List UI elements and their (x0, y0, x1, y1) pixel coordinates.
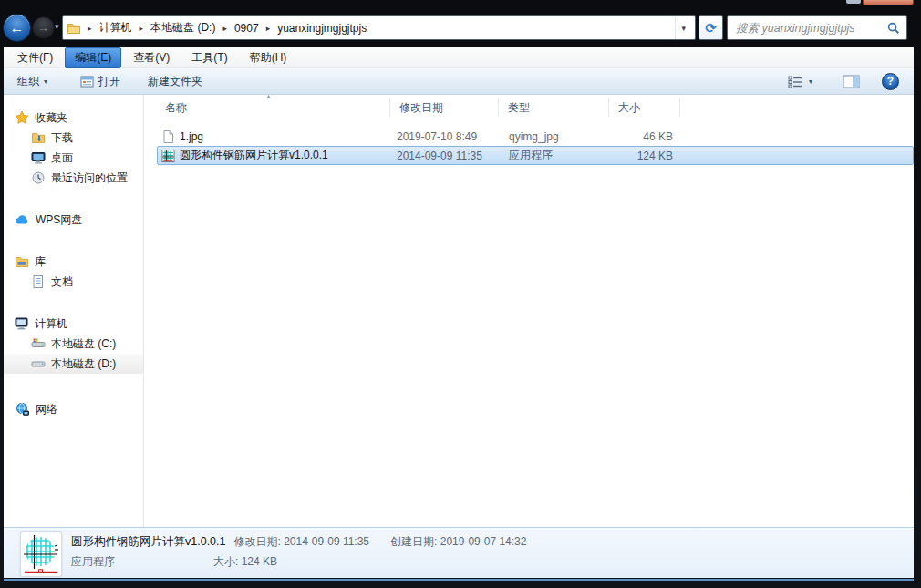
breadcrumb-separator[interactable]: ▸ (222, 24, 227, 33)
file-type: qyimg_jpg (500, 130, 610, 143)
sort-ascending-icon: ▲ (265, 93, 272, 99)
downloads-folder-icon (31, 130, 46, 145)
breadcrumb-separator[interactable]: ▸ (266, 24, 271, 33)
sidebar-item-libraries[interactable]: 库 (4, 252, 143, 272)
sidebar-item-drive-c[interactable]: 本地磁盘 (C:) (4, 334, 143, 354)
help-icon: ? (887, 75, 894, 88)
details-text: 圆形构件钢筋网片计算v1.0.0.1 修改日期: 2014-09-09 11:3… (71, 534, 526, 568)
preview-pane-button[interactable] (834, 71, 868, 92)
close-button[interactable] (863, 0, 914, 5)
file-list-pane: ▲ 名称 修改日期 类型 大小 1.jpg 2019-07-10 8:49 qy… (143, 95, 914, 527)
search-box (727, 15, 907, 40)
column-header-size[interactable]: 大小 (609, 98, 680, 117)
new-folder-label: 新建文件夹 (148, 74, 202, 89)
forward-button[interactable]: → (32, 16, 55, 39)
back-button[interactable]: ← (3, 14, 31, 42)
organize-button[interactable]: 组织 ▾ (9, 70, 56, 93)
libraries-icon (15, 254, 29, 269)
details-modified: 修改日期: 2014-09-09 11:35 (233, 534, 369, 550)
drive-c-icon (31, 336, 46, 351)
breadcrumb-0907[interactable]: 0907 (233, 20, 260, 36)
breadcrumb-separator[interactable]: ▸ (140, 24, 144, 33)
folder-icon (67, 21, 81, 36)
column-header-modified[interactable]: 修改日期 (390, 98, 499, 117)
file-modified: 2014-09-09 11:35 (391, 150, 500, 162)
sidebar-label: 桌面 (51, 150, 73, 166)
cloud-icon (15, 212, 30, 227)
file-name: 圆形构件钢筋网片计算v1.0.0.1 (180, 148, 328, 163)
column-header-type[interactable]: 类型 (499, 98, 609, 117)
chevron-down-icon: ▾ (681, 24, 686, 33)
application-window-icon (80, 75, 94, 88)
recent-places-icon (31, 170, 46, 185)
sidebar-item-computer[interactable]: 计算机 (4, 314, 143, 334)
file-size: 124 KB (610, 150, 681, 162)
command-toolbar: 组织 ▾ 打开 新建文件夹 (4, 68, 914, 95)
file-size: 46 KB (610, 130, 681, 143)
breadcrumb-drive-d[interactable]: 本地磁盘 (D:) (150, 18, 216, 37)
menu-view[interactable]: 查看(V) (123, 47, 180, 68)
search-icon[interactable] (887, 22, 900, 35)
menu-tools[interactable]: 工具(T) (181, 47, 237, 68)
file-row-jpg[interactable]: 1.jpg 2019-07-10 8:49 qyimg_jpg 46 KB (157, 127, 914, 146)
details-created: 创建日期: 2019-09-07 14:32 (390, 534, 526, 550)
refresh-icon: ⟳ (705, 20, 717, 36)
column-headers: ▲ 名称 修改日期 类型 大小 (144, 95, 914, 119)
chevron-down-icon: ▾ (809, 77, 812, 86)
chevron-down-icon: ▾ (55, 22, 59, 31)
file-row-application[interactable]: 圆形构件钢筋网片计算v1.0.0.1 2014-09-09 11:35 应用程序… (157, 146, 914, 165)
window-bottom-edge (4, 579, 914, 581)
search-input[interactable] (728, 16, 906, 39)
sidebar-label: 本地磁盘 (D:) (51, 356, 116, 372)
views-button[interactable]: ▾ (780, 71, 821, 92)
sidebar-item-recent-places[interactable]: 最近访问的位置 (4, 168, 143, 188)
menu-edit[interactable]: 编辑(E) (65, 47, 121, 68)
sidebar-label: 库 (35, 254, 46, 270)
breadcrumb-computer[interactable]: 计算机 (98, 18, 133, 37)
application-grid-icon (161, 149, 175, 163)
sidebar-item-favorites[interactable]: 收藏夹 (4, 108, 143, 128)
sidebar-item-downloads[interactable]: 下载 (4, 128, 143, 148)
details-size: 大小: 124 KB (213, 554, 277, 570)
new-folder-button[interactable]: 新建文件夹 (140, 70, 211, 93)
details-title: 圆形构件钢筋网片计算v1.0.0.1 (71, 534, 225, 550)
network-icon (15, 402, 30, 417)
sidebar-label: 文档 (51, 274, 73, 290)
file-type: 应用程序 (500, 148, 610, 163)
back-arrow-icon: ← (10, 20, 25, 36)
chevron-down-icon: ▾ (44, 77, 47, 86)
address-bar[interactable]: ▸ 计算机 ▸ 本地磁盘 (D:) ▸ 0907 ▸ yuanxingjmgjg… (62, 15, 696, 40)
sidebar-item-documents[interactable]: 文档 (4, 272, 143, 292)
explorer-window: ← → ▾ ▸ 计算机 ▸ 本地磁盘 (D:) ▸ 0907 ▸ yuanxin… (0, 0, 921, 588)
column-header-name[interactable]: 名称 (144, 98, 390, 117)
sidebar-label: WPS网盘 (36, 212, 82, 228)
address-dropdown-button[interactable]: ▾ (675, 16, 691, 39)
selected-file-thumbnail (20, 531, 62, 577)
open-button[interactable]: 打开 (72, 70, 129, 93)
menu-file[interactable]: 文件(F) (7, 47, 63, 68)
navigation-pane: 收藏夹 下载 桌面 最近访问的位置 (4, 95, 143, 527)
sidebar-item-wps-cloud[interactable]: WPS网盘 (4, 210, 143, 230)
menu-help[interactable]: 帮助(H) (240, 47, 297, 68)
preview-pane-icon (843, 75, 860, 88)
organize-label: 组织 (17, 74, 39, 89)
forward-arrow-icon: → (37, 21, 49, 35)
sidebar-label: 收藏夹 (35, 110, 67, 126)
sidebar-label: 最近访问的位置 (51, 170, 128, 186)
help-button[interactable]: ? (882, 73, 899, 90)
file-list: 1.jpg 2019-07-10 8:49 qyimg_jpg 46 KB (144, 127, 914, 165)
document-icon (31, 274, 46, 289)
breadcrumb-separator[interactable]: ▸ (88, 24, 92, 33)
refresh-button[interactable]: ⟳ (699, 15, 723, 40)
menu-bar: 文件(F) 编辑(E) 查看(V) 工具(T) 帮助(H) (4, 47, 914, 68)
sidebar-item-drive-d[interactable]: 本地磁盘 (D:) (4, 354, 143, 374)
recent-pages-dropdown[interactable]: ▾ (55, 22, 59, 31)
breadcrumb-current-folder[interactable]: yuanxingjmgjgjtpjs (276, 20, 367, 36)
computer-icon (15, 316, 29, 331)
sidebar-item-network[interactable]: 网络 (4, 399, 143, 419)
file-name: 1.jpg (180, 130, 203, 143)
file-modified: 2019-07-10 8:49 (391, 130, 500, 143)
maximize-button[interactable] (846, 0, 861, 4)
sidebar-label: 下载 (51, 130, 73, 146)
sidebar-item-desktop[interactable]: 桌面 (4, 148, 143, 168)
